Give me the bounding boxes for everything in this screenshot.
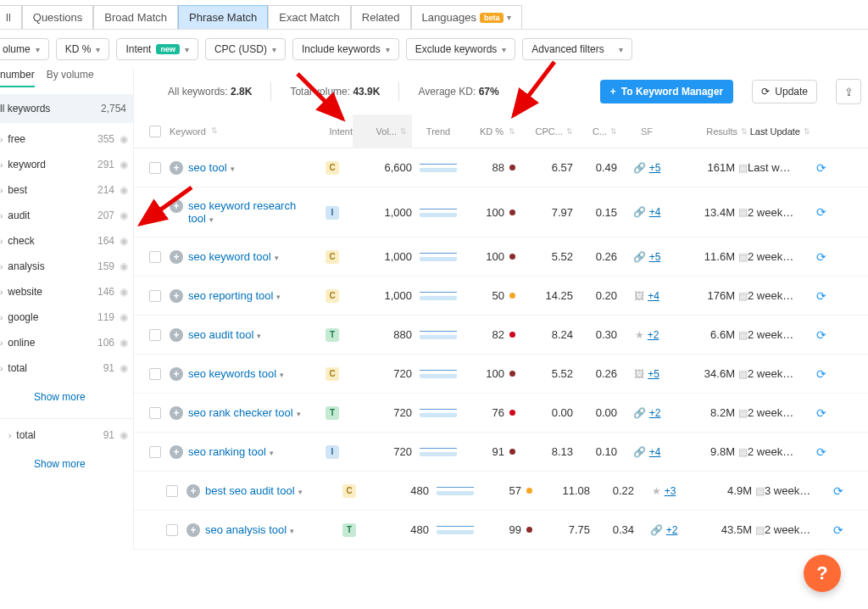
serp-features-more[interactable]: +4 [649, 446, 661, 458]
tab-related[interactable]: Related [351, 5, 411, 29]
filter-kd[interactable]: KD %▾ [56, 38, 110, 60]
serp-features-more[interactable]: +5 [648, 368, 659, 380]
row-checkbox[interactable] [149, 290, 161, 302]
serp-features-more[interactable]: +5 [649, 162, 661, 174]
serp-features-more[interactable]: +4 [648, 290, 659, 302]
keyword-link[interactable]: seo reporting tool [188, 289, 273, 302]
keyword-link[interactable]: best seo audit tool [205, 484, 295, 497]
tab-phrase-match[interactable]: Phrase Match [178, 5, 268, 29]
row-checkbox[interactable] [149, 162, 161, 174]
eye-icon[interactable]: ◉ [120, 235, 128, 247]
filter-include-keywords[interactable]: Include keywords▾ [292, 38, 399, 60]
refresh-row-icon[interactable]: ⟳ [816, 406, 826, 420]
add-keyword-icon[interactable]: + [170, 445, 183, 459]
add-keyword-icon[interactable]: + [186, 523, 200, 537]
eye-icon[interactable]: ◉ [120, 286, 128, 298]
serp-snapshot-icon[interactable]: ▤ [738, 368, 748, 380]
column-last-update[interactable]: Last Update⇅ [748, 126, 810, 137]
caret-down-icon[interactable]: ▾ [290, 527, 294, 535]
export-button[interactable]: ⇪ [836, 79, 861, 104]
sidebar-item[interactable]: › free 355 ◉ [0, 126, 133, 152]
eye-icon[interactable]: ◉ [120, 337, 128, 349]
sidebar-show-more-2[interactable]: Show more [0, 448, 133, 482]
row-checkbox[interactable] [149, 251, 161, 263]
serp-features-more[interactable]: +2 [649, 407, 661, 419]
eye-icon[interactable]: ◉ [120, 311, 128, 323]
serp-snapshot-icon[interactable]: ▤ [738, 206, 748, 218]
column-competition[interactable]: C...⇅ [573, 126, 617, 137]
row-checkbox[interactable] [149, 329, 161, 341]
filter-cpc[interactable]: CPC (USD)▾ [205, 38, 286, 60]
sidebar-item-total-group[interactable]: › total 91 ◉ [0, 422, 133, 448]
add-keyword-icon[interactable]: + [170, 250, 183, 264]
row-checkbox[interactable] [149, 368, 161, 380]
refresh-row-icon[interactable]: ⟳ [833, 523, 843, 537]
tab-all[interactable]: ll [0, 5, 22, 29]
sidebar-item[interactable]: › check 164 ◉ [0, 228, 133, 254]
column-trend[interactable]: Trend [412, 126, 465, 137]
tab-questions[interactable]: Questions [22, 5, 94, 29]
sidebar-item[interactable]: › audit 207 ◉ [0, 203, 133, 228]
tab-languages[interactable]: Languages beta ▾ [411, 5, 523, 29]
row-checkbox[interactable] [149, 446, 161, 458]
refresh-row-icon[interactable]: ⟳ [816, 328, 826, 342]
refresh-row-icon[interactable]: ⟳ [816, 289, 826, 303]
add-keyword-icon[interactable]: + [170, 161, 183, 175]
caret-down-icon[interactable]: ▾ [257, 332, 261, 340]
eye-icon[interactable]: ◉ [120, 184, 128, 196]
column-keyword[interactable]: Keyword⇅ [170, 126, 312, 137]
serp-features-more[interactable]: +5 [649, 251, 661, 263]
add-keyword-icon[interactable]: + [170, 328, 183, 342]
help-button[interactable]: ? [804, 555, 841, 592]
serp-snapshot-icon[interactable]: ▤ [755, 485, 765, 497]
refresh-row-icon[interactable]: ⟳ [816, 250, 826, 264]
tab-broad-match[interactable]: Broad Match [93, 5, 178, 29]
keyword-link[interactable]: seo keywords tool [188, 367, 276, 380]
sidebar-all-keywords[interactable]: ll keywords 2,754 [0, 94, 133, 123]
sidebar-tab-by-number[interactable]: number [0, 69, 35, 87]
filter-exclude-keywords[interactable]: Exclude keywords▾ [406, 38, 516, 60]
caret-down-icon[interactable]: ▾ [297, 410, 301, 418]
eye-icon[interactable]: ◉ [120, 362, 128, 374]
column-serp-features[interactable]: SF [617, 126, 676, 137]
sidebar-item[interactable]: › best 214 ◉ [0, 177, 133, 203]
caret-down-icon[interactable]: ▾ [298, 488, 303, 496]
refresh-row-icon[interactable]: ⟳ [816, 445, 826, 459]
serp-features-more[interactable]: +2 [666, 524, 678, 536]
eye-icon[interactable]: ◉ [120, 429, 128, 441]
sidebar-item[interactable]: › keyword 291 ◉ [0, 152, 133, 177]
column-volume[interactable]: Vol...⇅ [353, 115, 412, 148]
eye-icon[interactable]: ◉ [120, 133, 128, 145]
column-results[interactable]: Results⇅ [676, 126, 748, 137]
keyword-link[interactable]: seo keyword tool [188, 250, 271, 263]
sidebar-item[interactable]: › analysis 159 ◉ [0, 254, 133, 279]
add-keyword-icon[interactable]: + [170, 199, 183, 213]
add-keyword-icon[interactable]: + [170, 406, 183, 420]
sidebar-item[interactable]: › google 119 ◉ [0, 304, 133, 330]
column-intent[interactable]: Intent [312, 126, 353, 137]
keyword-link[interactable]: seo audit tool [188, 328, 253, 341]
refresh-row-icon[interactable]: ⟳ [816, 161, 826, 175]
caret-down-icon[interactable]: ▾ [276, 293, 281, 301]
refresh-row-icon[interactable]: ⟳ [816, 367, 826, 381]
caret-down-icon[interactable]: ▾ [280, 371, 284, 379]
column-kd[interactable]: KD %⇅ [465, 126, 515, 137]
serp-snapshot-icon[interactable]: ▤ [738, 251, 748, 263]
eye-icon[interactable]: ◉ [120, 260, 128, 272]
row-checkbox[interactable] [166, 485, 178, 497]
caret-down-icon[interactable]: ▾ [270, 449, 274, 457]
sidebar-item[interactable]: › website 146 ◉ [0, 279, 133, 304]
row-checkbox[interactable] [149, 407, 161, 419]
serp-snapshot-icon[interactable]: ▤ [738, 407, 748, 419]
eye-icon[interactable]: ◉ [120, 210, 128, 221]
caret-down-icon[interactable]: ▾ [209, 215, 214, 224]
serp-features-more[interactable]: +4 [649, 206, 661, 218]
keyword-link[interactable]: seo analysis tool [205, 523, 287, 536]
caret-down-icon[interactable]: ▾ [275, 254, 279, 262]
filter-volume[interactable]: olume▾ [0, 38, 49, 60]
serp-features-more[interactable]: +3 [665, 485, 676, 497]
row-checkbox[interactable] [149, 206, 161, 218]
serp-snapshot-icon[interactable]: ▤ [738, 446, 748, 458]
sidebar-tab-by-volume[interactable]: By volume [47, 69, 94, 87]
filter-intent[interactable]: Intentnew▾ [116, 38, 198, 60]
